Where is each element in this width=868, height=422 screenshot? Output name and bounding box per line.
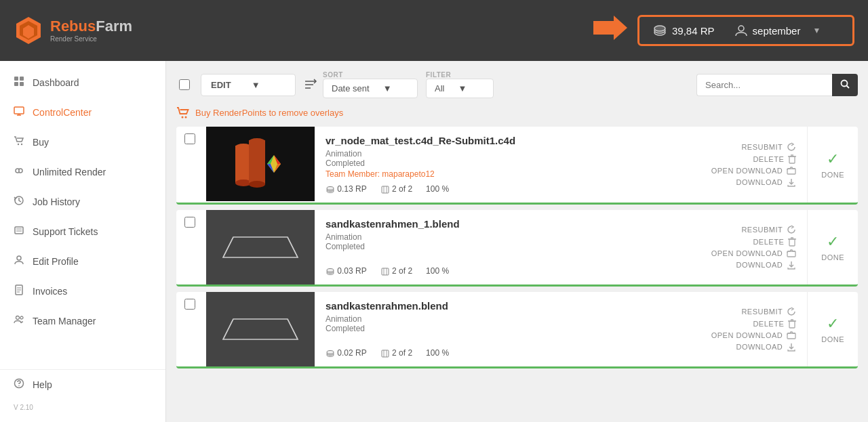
job-stats-3: 0.02 RP 2 of 2 100 %	[326, 348, 674, 358]
credits-icon-1	[326, 185, 335, 194]
job-title-3: sandkastenrahmen.blend	[326, 300, 674, 312]
svg-point-26	[16, 316, 20, 320]
svg-rect-18	[15, 227, 23, 234]
filter-dropdown-arrow: ▼	[458, 83, 467, 93]
download-btn-3[interactable]: DOWNLOAD	[736, 342, 796, 352]
svg-point-15	[18, 144, 19, 145]
open-download-btn-2[interactable]: OPEN DOWNLOAD	[711, 249, 797, 257]
sidebar: Dashboard ControlCenter Buy Unlimited Re…	[0, 61, 166, 422]
resubmit-btn-1[interactable]: RESUBMIT	[741, 142, 796, 152]
sort-dropdown-arrow: ▼	[383, 83, 392, 93]
cart-icon	[14, 135, 24, 149]
edit-label: EDIT	[211, 80, 231, 90]
svg-point-73	[327, 350, 334, 354]
monitor-icon	[14, 106, 24, 119]
open-download-icon-1	[787, 167, 796, 175]
job-progress-1: 100 %	[426, 184, 449, 194]
job-checkbox[interactable]	[182, 133, 198, 144]
username: september	[753, 25, 801, 37]
sidebar-item-invoices[interactable]: Invoices	[0, 276, 165, 306]
download-btn-1[interactable]: DOWNLOAD	[736, 177, 796, 187]
job-row-3: sandkastenrahmen.blend Animation Complet…	[176, 292, 858, 368]
job-frames-3: 2 of 2	[380, 348, 412, 358]
svg-point-21	[17, 256, 21, 260]
job-row-left	[176, 127, 206, 203]
svg-marker-3	[593, 16, 627, 40]
svg-rect-55	[789, 156, 795, 163]
resubmit-btn-2[interactable]: RESUBMIT	[741, 225, 796, 234]
job-info-1: vr_node_mat_test.c4d_Re-Submit1.c4d Anim…	[315, 127, 685, 203]
tickets-icon	[14, 225, 24, 238]
delete-icon-1	[788, 154, 796, 164]
buy-banner[interactable]: Buy RenderPoints to remove overlays	[176, 106, 858, 119]
download-btn-2[interactable]: DOWNLOAD	[736, 260, 796, 270]
done-check-3: ✓	[827, 315, 839, 333]
open-download-btn-1[interactable]: OPEN DOWNLOAD	[711, 167, 797, 175]
job-credits-1: 0.13 RP	[326, 184, 367, 194]
job-type-3: Animation	[326, 314, 674, 324]
job-stats-2: 0.03 RP 2 of 2 100 %	[326, 266, 674, 276]
search-input[interactable]	[696, 74, 832, 96]
filter-dropdown[interactable]: All ▼	[426, 79, 494, 98]
svg-rect-52	[382, 186, 389, 193]
download-icon-3	[787, 342, 796, 352]
invoice-icon	[14, 284, 24, 298]
svg-point-51	[327, 186, 334, 190]
sidebar-item-label: Edit Profile	[33, 256, 79, 267]
open-download-btn-3[interactable]: OPEN DOWNLOAD	[711, 331, 797, 339]
delete-btn-2[interactable]: DELETE	[753, 237, 796, 247]
job-stats-1: 0.13 RP 2 of 2 100 %	[326, 184, 674, 194]
sidebar-item-help[interactable]: Help	[0, 370, 165, 400]
sidebar-item-buy[interactable]: Buy	[0, 127, 165, 157]
sort-value: Date sent	[332, 83, 370, 93]
search-icon	[840, 79, 850, 89]
svg-line-34	[847, 85, 850, 88]
job-row: vr_node_mat_test.c4d_Re-Submit1.c4d Anim…	[176, 127, 858, 205]
sidebar-item-job-history[interactable]: Job History	[0, 187, 165, 217]
sidebar-item-edit-profile[interactable]: Edit Profile	[0, 247, 165, 276]
sidebar-item-control-center[interactable]: ControlCenter	[0, 98, 165, 127]
buy-banner-text: Buy RenderPoints to remove overlays	[195, 108, 343, 118]
delete-icon-2	[788, 237, 796, 247]
job-frames-2: 2 of 2	[380, 266, 412, 276]
frames-icon-2	[380, 267, 390, 276]
logo-brand: RebusFarm	[50, 18, 132, 35]
job-status-1: Completed	[326, 159, 674, 168]
user-icon	[735, 24, 747, 37]
infinity-icon	[14, 165, 24, 179]
edit-dropdown-arrow: ▼	[252, 80, 260, 90]
svg-point-35	[182, 117, 184, 119]
sidebar-item-support-tickets[interactable]: Support Tickets	[0, 217, 165, 247]
sort-icon	[304, 79, 317, 91]
sidebar-item-team-manager[interactable]: Team Manager	[0, 306, 165, 336]
delete-btn-3[interactable]: DELETE	[753, 319, 796, 329]
delete-btn-1[interactable]: DELETE	[753, 154, 796, 164]
user-dropdown-arrow[interactable]: ▼	[812, 26, 821, 35]
job-checkbox-3[interactable]	[182, 299, 198, 310]
team-icon	[14, 314, 24, 328]
svg-rect-8	[14, 77, 18, 81]
sort-dropdown[interactable]: Date sent ▼	[323, 79, 418, 98]
sidebar-item-unlimited-render[interactable]: Unlimited Render	[0, 157, 165, 187]
filter-area: FILTER All ▼	[426, 71, 494, 98]
search-button[interactable]	[832, 74, 858, 96]
done-area-3: ✓ DONE	[807, 292, 858, 366]
select-all-checkbox[interactable]	[176, 79, 193, 90]
user-panel[interactable]: 39,84 RP september ▼	[637, 15, 854, 46]
svg-rect-10	[14, 82, 18, 86]
job-actions-3: RESUBMIT DELETE OPEN DOWNLOAD DOWNLOAD	[685, 292, 807, 366]
job-credits-3: 0.02 RP	[326, 348, 367, 358]
edit-dropdown[interactable]: EDIT ▼	[201, 74, 296, 96]
job-checkbox-2[interactable]	[182, 217, 198, 228]
delete-label-3: DELETE	[753, 320, 784, 328]
sidebar-item-dashboard[interactable]: Dashboard	[0, 68, 165, 98]
svg-rect-9	[20, 77, 24, 81]
svg-point-16	[21, 144, 22, 145]
open-download-icon-3	[787, 331, 796, 339]
svg-point-6	[654, 26, 665, 31]
resubmit-btn-3[interactable]: RESUBMIT	[741, 307, 796, 316]
done-area-1: ✓ DONE	[807, 127, 858, 203]
open-download-icon-2	[787, 249, 796, 257]
job-title-1: vr_node_mat_test.c4d_Re-Submit1.c4d	[326, 135, 674, 146]
filter-value: All	[435, 83, 444, 93]
